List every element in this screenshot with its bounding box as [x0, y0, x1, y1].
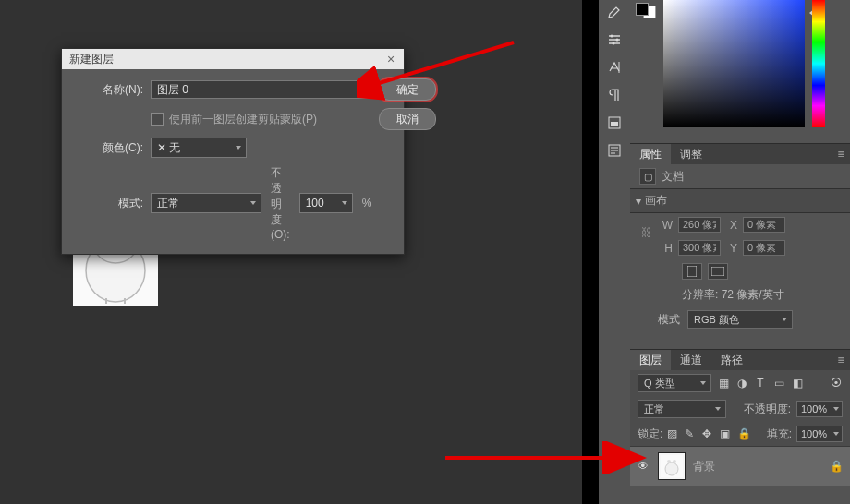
layer-name-text[interactable]: 背景 [693, 459, 715, 474]
x-label: X [726, 219, 737, 232]
color-select[interactable]: ✕ 无 [151, 138, 247, 158]
library-icon[interactable] [606, 114, 623, 131]
color-mode-select[interactable]: RGB 颜色 [687, 310, 793, 329]
lock-transparency-icon[interactable]: ▨ [667, 427, 680, 440]
orientation-landscape-icon[interactable] [708, 263, 728, 280]
link-icon[interactable]: ⛓ [641, 226, 652, 239]
color-picker-panel [630, 0, 850, 143]
properties-panel: 属性 调整 ≡ ▢ 文档 ▾ 画布 ⛓ W X H Y [630, 143, 850, 349]
layers-panel: 图层 通道 路径 ≡ Q 类型 ▦ ◑ T ▭ ◧ ⦿ 正常 不透明度: 100… [630, 349, 850, 486]
fill-label: 填充: [767, 426, 792, 442]
lock-paint-icon[interactable]: ✎ [685, 427, 698, 440]
height-input[interactable] [678, 240, 721, 256]
svg-rect-15 [711, 267, 724, 276]
panel-menu-icon[interactable]: ≡ [832, 148, 850, 161]
canvas-section-header[interactable]: ▾ 画布 [630, 188, 850, 213]
chevron-down-icon: ▾ [636, 195, 641, 208]
sliders-icon[interactable] [606, 31, 623, 48]
fill-input[interactable]: 100% [796, 426, 843, 442]
tab-properties[interactable]: 属性 [630, 144, 671, 164]
color-label: 颜色(C): [75, 140, 143, 156]
layer-blend-mode-select[interactable]: 正常 [638, 400, 726, 418]
document-icon: ▢ [639, 168, 656, 185]
height-label: H [662, 242, 673, 255]
width-input[interactable] [678, 217, 721, 233]
svg-point-19 [673, 460, 676, 463]
document-label: 文档 [662, 169, 684, 185]
lock-all-icon[interactable]: 🔒 [737, 427, 750, 440]
tab-channels[interactable]: 通道 [671, 350, 711, 370]
filter-toggle-icon[interactable]: ⦿ [830, 377, 843, 390]
layer-opacity-input[interactable]: 100% [796, 401, 843, 417]
svg-point-8 [611, 35, 613, 38]
resolution-text: 分辨率: 72 像素/英寸 [630, 283, 850, 306]
svg-point-18 [667, 460, 671, 463]
ok-button[interactable]: 确定 [379, 78, 436, 101]
blend-mode-select[interactable]: 正常 [151, 193, 261, 213]
lock-icon[interactable]: 🔒 [830, 460, 843, 473]
clip-mask-checkbox[interactable] [151, 113, 164, 126]
foreground-swatch[interactable] [636, 3, 649, 16]
layer-opacity-label: 不透明度: [744, 402, 791, 417]
lock-artboard-icon[interactable]: ▣ [720, 427, 733, 440]
tab-paths[interactable]: 路径 [711, 350, 752, 370]
svg-rect-14 [687, 266, 697, 277]
opacity-suffix: % [362, 197, 372, 210]
layer-thumbnail[interactable] [658, 452, 686, 480]
dialog-titlebar[interactable]: 新建图层 × [62, 49, 404, 69]
svg-rect-12 [611, 122, 618, 126]
layer-filter-select[interactable]: Q 类型 [638, 374, 711, 392]
tab-layers[interactable]: 图层 [630, 350, 671, 370]
layer-row[interactable]: 👁 背景 🔒 [630, 447, 850, 486]
y-input[interactable] [743, 240, 785, 256]
layer-name-input[interactable] [151, 80, 371, 99]
color-mode-label: 模式 [658, 312, 680, 328]
filter-pixel-icon[interactable]: ▦ [717, 377, 730, 390]
close-icon[interactable]: × [383, 52, 398, 66]
x-input[interactable] [743, 217, 785, 233]
paragraph-panel-icon[interactable] [606, 87, 623, 103]
tab-adjustments[interactable]: 调整 [671, 144, 711, 164]
name-label: 名称(N): [75, 82, 143, 98]
filter-adjust-icon[interactable]: ◑ [735, 377, 748, 390]
hue-slider[interactable] [812, 0, 825, 127]
width-label: W [662, 219, 673, 232]
svg-point-10 [613, 42, 615, 45]
canvas-work-area[interactable]: 新建图层 × 名称(N): 确定 使用前一图层创建剪贴蒙版(P) 取消 颜色(C… [0, 0, 582, 504]
panel-menu-icon[interactable]: ≡ [832, 354, 850, 366]
clip-mask-label: 使用前一图层创建剪贴蒙版(P) [169, 112, 317, 127]
cancel-button[interactable]: 取消 [379, 108, 436, 130]
filter-type-icon[interactable]: T [754, 377, 767, 390]
color-field[interactable] [663, 0, 805, 127]
orientation-portrait-icon[interactable] [682, 263, 702, 280]
filter-smart-icon[interactable]: ◧ [791, 377, 804, 390]
new-layer-dialog: 新建图层 × 名称(N): 确定 使用前一图层创建剪贴蒙版(P) 取消 颜色(C… [61, 48, 405, 255]
vertical-toolbar [599, 0, 630, 504]
filter-shape-icon[interactable]: ▭ [772, 377, 785, 390]
svg-point-9 [616, 39, 619, 42]
opacity-input[interactable]: 100 [299, 193, 353, 213]
svg-point-17 [665, 462, 678, 475]
right-panels: 属性 调整 ≡ ▢ 文档 ▾ 画布 ⛓ W X H Y [630, 0, 850, 504]
type-panel-icon[interactable] [606, 59, 623, 76]
canvas-section-label: 画布 [645, 193, 667, 209]
y-label: Y [726, 242, 737, 255]
visibility-toggle-icon[interactable]: 👁 [638, 460, 650, 473]
lock-label: 锁定: [638, 426, 662, 442]
brush-tool-icon[interactable] [606, 4, 623, 20]
mode-label: 模式: [75, 196, 143, 211]
dialog-title: 新建图层 [69, 52, 114, 67]
notes-icon[interactable] [606, 142, 623, 159]
lock-position-icon[interactable]: ✥ [702, 427, 715, 440]
opacity-label: 不透明度(O): [271, 165, 290, 241]
